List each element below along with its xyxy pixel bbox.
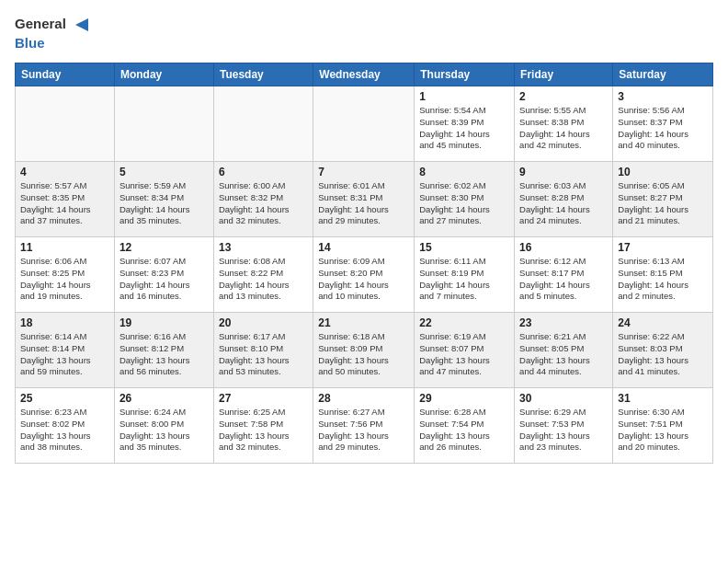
day-info: Sunrise: 6:02 AM Sunset: 8:30 PM Dayligh…	[419, 180, 509, 227]
week-row-5: 25Sunrise: 6:23 AM Sunset: 8:02 PM Dayli…	[16, 388, 713, 464]
day-info: Sunrise: 6:27 AM Sunset: 7:56 PM Dayligh…	[318, 407, 409, 454]
calendar-cell: 8Sunrise: 6:02 AM Sunset: 8:30 PM Daylig…	[415, 162, 515, 237]
day-number: 27	[219, 392, 308, 405]
day-number: 5	[119, 166, 209, 178]
calendar-cell: 2Sunrise: 5:55 AM Sunset: 8:38 PM Daylig…	[515, 86, 613, 162]
day-info: Sunrise: 6:21 AM Sunset: 8:05 PM Dayligh…	[519, 331, 608, 378]
day-info: Sunrise: 5:54 AM Sunset: 8:39 PM Dayligh…	[419, 105, 509, 152]
logo-text-block: General Blue	[15, 15, 92, 52]
calendar-cell: 3Sunrise: 5:56 AM Sunset: 8:37 PM Daylig…	[613, 86, 713, 162]
calendar-cell	[313, 86, 415, 162]
calendar-cell: 10Sunrise: 6:05 AM Sunset: 8:27 PM Dayli…	[613, 162, 713, 237]
day-info: Sunrise: 6:00 AM Sunset: 8:32 PM Dayligh…	[219, 180, 308, 227]
day-header-saturday: Saturday	[613, 63, 713, 86]
day-number: 29	[419, 392, 509, 405]
calendar-cell: 7Sunrise: 6:01 AM Sunset: 8:31 PM Daylig…	[313, 162, 415, 237]
day-info: Sunrise: 6:08 AM Sunset: 8:22 PM Dayligh…	[219, 256, 308, 303]
logo-general-text: General	[15, 16, 66, 31]
calendar-cell: 24Sunrise: 6:22 AM Sunset: 8:03 PM Dayli…	[613, 313, 713, 388]
calendar-cell: 29Sunrise: 6:28 AM Sunset: 7:54 PM Dayli…	[415, 388, 515, 464]
day-info: Sunrise: 5:55 AM Sunset: 8:38 PM Dayligh…	[519, 105, 608, 152]
day-info: Sunrise: 6:11 AM Sunset: 8:19 PM Dayligh…	[419, 256, 509, 303]
day-info: Sunrise: 6:16 AM Sunset: 8:12 PM Dayligh…	[119, 331, 209, 378]
calendar-cell: 6Sunrise: 6:00 AM Sunset: 8:32 PM Daylig…	[213, 162, 313, 237]
day-number: 20	[219, 316, 308, 329]
day-info: Sunrise: 5:56 AM Sunset: 8:37 PM Dayligh…	[618, 105, 708, 152]
calendar-cell: 12Sunrise: 6:07 AM Sunset: 8:23 PM Dayli…	[114, 237, 213, 313]
day-header-friday: Friday	[515, 63, 613, 86]
calendar-cell: 22Sunrise: 6:19 AM Sunset: 8:07 PM Dayli…	[415, 313, 515, 388]
week-row-2: 4Sunrise: 5:57 AM Sunset: 8:35 PM Daylig…	[16, 162, 713, 237]
day-number: 16	[519, 241, 608, 254]
day-number: 8	[419, 166, 509, 178]
day-header-tuesday: Tuesday	[213, 63, 313, 86]
calendar-cell: 4Sunrise: 5:57 AM Sunset: 8:35 PM Daylig…	[16, 162, 115, 237]
calendar-cell: 31Sunrise: 6:30 AM Sunset: 7:51 PM Dayli…	[613, 388, 713, 464]
calendar: SundayMondayTuesdayWednesdayThursdayFrid…	[15, 63, 713, 464]
logo-arrow-icon	[72, 15, 92, 35]
logo: General Blue	[15, 15, 92, 52]
calendar-cell: 15Sunrise: 6:11 AM Sunset: 8:19 PM Dayli…	[415, 237, 515, 313]
day-info: Sunrise: 6:12 AM Sunset: 8:17 PM Dayligh…	[519, 256, 608, 303]
day-number: 7	[318, 166, 409, 178]
day-number: 13	[219, 241, 308, 254]
calendar-cell: 27Sunrise: 6:25 AM Sunset: 7:58 PM Dayli…	[213, 388, 313, 464]
day-info: Sunrise: 6:25 AM Sunset: 7:58 PM Dayligh…	[219, 407, 308, 454]
calendar-cell: 28Sunrise: 6:27 AM Sunset: 7:56 PM Dayli…	[313, 388, 415, 464]
day-header-sunday: Sunday	[16, 63, 115, 86]
day-info: Sunrise: 6:03 AM Sunset: 8:28 PM Dayligh…	[519, 180, 608, 227]
calendar-cell: 13Sunrise: 6:08 AM Sunset: 8:22 PM Dayli…	[213, 237, 313, 313]
day-header-monday: Monday	[114, 63, 213, 86]
day-info: Sunrise: 5:59 AM Sunset: 8:34 PM Dayligh…	[119, 180, 209, 227]
calendar-cell: 25Sunrise: 6:23 AM Sunset: 8:02 PM Dayli…	[16, 388, 115, 464]
day-number: 28	[318, 392, 409, 405]
day-number: 31	[618, 392, 708, 405]
calendar-cell: 11Sunrise: 6:06 AM Sunset: 8:25 PM Dayli…	[16, 237, 115, 313]
day-number: 1	[419, 90, 509, 103]
day-info: Sunrise: 6:22 AM Sunset: 8:03 PM Dayligh…	[618, 331, 708, 378]
day-number: 4	[20, 166, 109, 178]
day-info: Sunrise: 6:01 AM Sunset: 8:31 PM Dayligh…	[318, 180, 409, 227]
calendar-cell: 17Sunrise: 6:13 AM Sunset: 8:15 PM Dayli…	[613, 237, 713, 313]
day-number: 17	[618, 241, 708, 254]
day-number: 6	[219, 166, 308, 178]
day-number: 26	[119, 392, 209, 405]
day-info: Sunrise: 6:29 AM Sunset: 7:53 PM Dayligh…	[519, 407, 608, 454]
header: General Blue	[15, 15, 713, 52]
calendar-cell: 23Sunrise: 6:21 AM Sunset: 8:05 PM Dayli…	[515, 313, 613, 388]
svg-marker-0	[75, 18, 88, 31]
logo-blue-text: Blue	[15, 35, 45, 51]
page: General Blue SundayMondayTuesdayWednesda…	[0, 0, 728, 563]
day-info: Sunrise: 6:18 AM Sunset: 8:09 PM Dayligh…	[318, 331, 409, 378]
calendar-cell: 9Sunrise: 6:03 AM Sunset: 8:28 PM Daylig…	[515, 162, 613, 237]
week-row-4: 18Sunrise: 6:14 AM Sunset: 8:14 PM Dayli…	[16, 313, 713, 388]
day-info: Sunrise: 6:14 AM Sunset: 8:14 PM Dayligh…	[20, 331, 109, 378]
calendar-cell	[213, 86, 313, 162]
day-info: Sunrise: 6:30 AM Sunset: 7:51 PM Dayligh…	[618, 407, 708, 454]
day-number: 3	[618, 90, 708, 103]
logo-wordmark: General Blue	[15, 15, 92, 52]
calendar-header-row: SundayMondayTuesdayWednesdayThursdayFrid…	[16, 63, 713, 86]
calendar-cell: 14Sunrise: 6:09 AM Sunset: 8:20 PM Dayli…	[313, 237, 415, 313]
day-info: Sunrise: 6:13 AM Sunset: 8:15 PM Dayligh…	[618, 256, 708, 303]
day-number: 21	[318, 316, 409, 329]
day-number: 15	[419, 241, 509, 254]
calendar-cell: 26Sunrise: 6:24 AM Sunset: 8:00 PM Dayli…	[114, 388, 213, 464]
day-number: 18	[20, 316, 109, 329]
day-header-wednesday: Wednesday	[313, 63, 415, 86]
calendar-cell: 1Sunrise: 5:54 AM Sunset: 8:39 PM Daylig…	[415, 86, 515, 162]
day-number: 11	[20, 241, 109, 254]
week-row-1: 1Sunrise: 5:54 AM Sunset: 8:39 PM Daylig…	[16, 86, 713, 162]
day-info: Sunrise: 5:57 AM Sunset: 8:35 PM Dayligh…	[20, 180, 109, 227]
day-number: 14	[318, 241, 409, 254]
calendar-cell: 30Sunrise: 6:29 AM Sunset: 7:53 PM Dayli…	[515, 388, 613, 464]
calendar-cell	[16, 86, 115, 162]
week-row-3: 11Sunrise: 6:06 AM Sunset: 8:25 PM Dayli…	[16, 237, 713, 313]
day-number: 10	[618, 166, 708, 178]
calendar-cell: 21Sunrise: 6:18 AM Sunset: 8:09 PM Dayli…	[313, 313, 415, 388]
calendar-cell: 18Sunrise: 6:14 AM Sunset: 8:14 PM Dayli…	[16, 313, 115, 388]
day-number: 9	[519, 166, 608, 178]
calendar-cell: 5Sunrise: 5:59 AM Sunset: 8:34 PM Daylig…	[114, 162, 213, 237]
day-number: 24	[618, 316, 708, 329]
day-number: 22	[419, 316, 509, 329]
